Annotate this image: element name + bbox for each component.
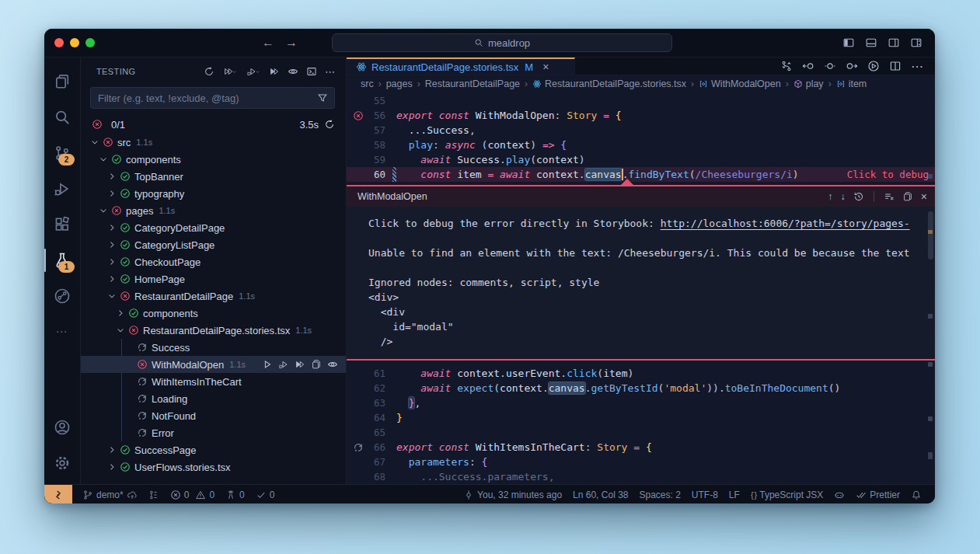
nav-back-button[interactable]: ← bbox=[262, 36, 274, 50]
run-with-coverage-button[interactable] bbox=[267, 63, 282, 80]
testing-more-actions-button[interactable]: ⋯ bbox=[323, 63, 338, 80]
test-tree-item[interactable]: TopBanner bbox=[81, 168, 346, 185]
remote-indicator[interactable] bbox=[44, 485, 72, 503]
run-all-tests-button[interactable] bbox=[220, 63, 240, 80]
run-file-icon[interactable] bbox=[867, 60, 880, 72]
sidebar-item-run-debug[interactable] bbox=[44, 171, 80, 207]
copilot-status[interactable] bbox=[828, 490, 850, 500]
breadcrumb-item[interactable]: item bbox=[836, 78, 867, 89]
chevron-right-icon[interactable] bbox=[106, 444, 118, 456]
eol-status[interactable]: LF bbox=[724, 490, 745, 500]
eye-icon[interactable] bbox=[327, 359, 338, 370]
previous-change-icon[interactable] bbox=[802, 60, 814, 72]
chevron-right-icon[interactable] bbox=[106, 187, 118, 200]
gutter-test-error-icon[interactable] bbox=[347, 110, 367, 121]
debug-test-icon[interactable] bbox=[278, 359, 289, 370]
toggle-panel-icon[interactable] bbox=[865, 37, 877, 49]
code-line-error[interactable]: 60 const item = await context.canvas.fin… bbox=[347, 167, 935, 182]
cursor-position-status[interactable]: Ln 60, Col 38 bbox=[567, 490, 633, 500]
previous-error-icon[interactable]: ↑ bbox=[828, 191, 832, 202]
code-line[interactable]: 62 await expect(context.canvas.getByTest… bbox=[347, 381, 935, 395]
indentation-status[interactable]: Spaces: 2 bbox=[633, 490, 685, 500]
code-area[interactable]: 55 56 export const WithModalOpen: Story … bbox=[347, 92, 935, 484]
breadcrumb-item[interactable]: WithModalOpen bbox=[699, 78, 781, 89]
command-center[interactable]: mealdrop bbox=[332, 33, 672, 52]
code-line[interactable]: 55 bbox=[347, 93, 935, 108]
sidebar-item-extension-view[interactable] bbox=[44, 278, 80, 314]
test-tree-item[interactable]: RestaurantDetailPage.stories.tsx1.1s bbox=[81, 322, 346, 339]
formatter-status[interactable]: Prettier bbox=[850, 490, 905, 500]
test-tree-item[interactable]: Success bbox=[81, 339, 346, 356]
code-line[interactable]: 56 export const WithModalOpen: Story = { bbox=[347, 108, 935, 123]
code-line[interactable]: 59 await Success.play(context) bbox=[347, 152, 935, 167]
breadcrumb-item[interactable]: src bbox=[361, 78, 374, 89]
close-window-button[interactable] bbox=[54, 38, 64, 47]
rerun-icon[interactable] bbox=[324, 119, 335, 130]
test-tree-item[interactable]: typography bbox=[81, 185, 346, 202]
coverage-test-icon[interactable] bbox=[295, 359, 305, 370]
code-line[interactable]: 64 } bbox=[347, 410, 935, 425]
chevron-down-icon[interactable] bbox=[114, 324, 127, 336]
test-tree-item[interactable]: CategoryDetailPage bbox=[81, 219, 346, 236]
chevron-down-icon[interactable] bbox=[106, 290, 118, 302]
breadcrumb-item[interactable]: pages bbox=[386, 78, 413, 89]
peek-body[interactable]: Click to debug the error directly in Sto… bbox=[347, 207, 935, 359]
debug-all-tests-button[interactable] bbox=[243, 63, 263, 80]
code-line[interactable]: 57 ...Success, bbox=[347, 123, 935, 138]
close-peek-icon[interactable]: × bbox=[921, 190, 927, 203]
test-tree-item[interactable]: WithItemsInTheCart bbox=[81, 373, 346, 390]
test-tree-item[interactable]: CheckoutPage bbox=[81, 253, 346, 270]
test-tree-item[interactable]: pages1.1s bbox=[81, 202, 346, 219]
sidebar-item-testing[interactable]: 1 bbox=[44, 242, 80, 278]
title-bar[interactable]: ← → mealdrop bbox=[44, 29, 935, 57]
chevron-down-icon[interactable] bbox=[89, 136, 101, 148]
chevron-right-icon[interactable] bbox=[114, 307, 127, 319]
close-tab-icon[interactable]: × bbox=[542, 61, 549, 73]
test-filter-input[interactable]: Filter (e.g. text, !exclude, @tag) bbox=[90, 87, 335, 109]
test-tree-item[interactable]: Error bbox=[81, 424, 346, 441]
breadcrumb-item[interactable]: play bbox=[793, 78, 824, 89]
open-changes-icon[interactable] bbox=[824, 60, 836, 72]
notifications-status[interactable] bbox=[905, 490, 927, 500]
chevron-right-icon[interactable] bbox=[106, 461, 118, 473]
test-tree-item[interactable]: HomePage bbox=[81, 270, 346, 287]
test-tree-item[interactable]: UserFlows.stories.tsx bbox=[81, 458, 346, 476]
gutter-test-queued-icon[interactable] bbox=[347, 442, 367, 453]
code-line[interactable]: 58 play: async (context) => { bbox=[347, 138, 935, 152]
test-tree-item[interactable]: components bbox=[81, 151, 346, 168]
code-line[interactable]: 68 ...Success.parameters, bbox=[347, 469, 935, 484]
commit-info-status[interactable]: You, 32 minutes ago bbox=[458, 490, 567, 500]
test-tree-item[interactable]: components bbox=[81, 305, 346, 322]
toggle-primary-sidebar-icon[interactable] bbox=[842, 37, 855, 49]
encoding-status[interactable]: UTF-8 bbox=[686, 490, 724, 500]
checks-status[interactable]: 0 bbox=[250, 490, 281, 500]
peek-scrollbar[interactable] bbox=[928, 211, 933, 260]
next-error-icon[interactable]: ↓ bbox=[841, 191, 846, 202]
editor-more-actions-icon[interactable]: ⋯ bbox=[911, 59, 924, 74]
code-line[interactable]: 61 await context.userEvent.click(item) bbox=[347, 366, 935, 381]
source-control-graph-icon[interactable] bbox=[780, 60, 793, 72]
next-change-icon[interactable] bbox=[846, 60, 858, 72]
accounts-button[interactable] bbox=[44, 409, 80, 445]
test-tree-item[interactable]: Loading bbox=[81, 390, 346, 407]
run-test-icon[interactable] bbox=[262, 359, 273, 370]
toggle-secondary-sidebar-icon[interactable] bbox=[888, 37, 900, 49]
go-to-test-icon[interactable] bbox=[311, 359, 322, 370]
code-line[interactable]: 63 }, bbox=[347, 395, 935, 410]
code-line[interactable]: 65 bbox=[347, 425, 935, 440]
watch-tests-button[interactable] bbox=[285, 63, 301, 80]
breadcrumb-item[interactable]: RestaurantDetailPage bbox=[425, 78, 520, 89]
code-line[interactable]: 67 parameters: { bbox=[347, 455, 935, 469]
chevron-down-icon[interactable] bbox=[97, 153, 110, 166]
copy-icon[interactable] bbox=[902, 191, 913, 202]
activity-bar-more-button[interactable]: ⋯ bbox=[44, 314, 80, 350]
settings-button[interactable] bbox=[44, 445, 80, 481]
test-tree-item[interactable]: RestaurantDetailPage1.1s bbox=[81, 287, 346, 305]
chevron-right-icon[interactable] bbox=[106, 256, 118, 268]
tab-stories-file[interactable]: RestaurantDetailPage.stories.tsx M × bbox=[347, 57, 575, 75]
ports-status[interactable]: 0 bbox=[220, 490, 250, 500]
open-test-output-button[interactable] bbox=[304, 63, 319, 80]
test-tree-item[interactable]: CategoryListPage bbox=[81, 236, 346, 253]
chevron-right-icon[interactable] bbox=[106, 239, 118, 251]
breadcrumb-item[interactable]: RestaurantDetailPage.stories.tsx bbox=[532, 78, 686, 89]
